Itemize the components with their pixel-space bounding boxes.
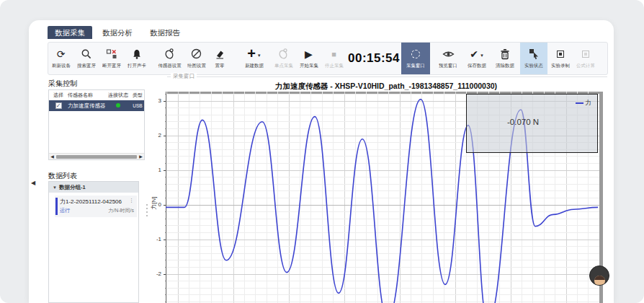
data-item-axes: 力/N-时间/s [108, 207, 134, 214]
single-point-collect-button[interactable]: 单点采集 [271, 43, 296, 74]
cursor-square-icon [528, 48, 540, 60]
play-icon: ▶ [305, 48, 313, 60]
record-square-icon [557, 50, 564, 58]
experiment-record-button[interactable]: 实验录制 [547, 43, 573, 74]
plus-icon: + [247, 48, 256, 59]
trash-icon [499, 48, 511, 60]
collect-control-title: 采集控制 [48, 79, 77, 89]
hscroll-thumb[interactable] [56, 155, 137, 159]
data-list: ▼ 数据分组-1 力1-2-20251112-042506 ⋮ 运行 力/N-时… [48, 181, 139, 303]
sensor-table-header: 选择 传感器名称 连接状态 类型 [49, 90, 144, 100]
app-window: 数据采集 数据分析 数据报告 ⟳ 刷新设备 搜索蓝牙 断开蓝牙 [29, 20, 614, 303]
zero-button[interactable]: 置零 [209, 43, 231, 74]
sensor-name: 力加速度传感器 [68, 102, 105, 110]
kebab-menu-icon[interactable]: ⋮ [129, 198, 134, 206]
app-screen: 数据采集 数据分析 数据报告 ⟳ 刷新设备 搜索蓝牙 断开蓝牙 [0, 0, 644, 303]
ytick-neg2: -2 [148, 271, 161, 278]
current-value-annotation: -0.070 N [507, 118, 539, 126]
item-accent-bar [55, 198, 58, 215]
compass-icon [190, 48, 202, 60]
formula-square-icon [582, 50, 589, 58]
collect-window-button[interactable]: 采集窗口 [401, 43, 430, 74]
single-point-icon [277, 48, 290, 60]
data-group-row[interactable]: ▼ 数据分组-1 [49, 182, 138, 193]
ytick-1: 1 [148, 167, 161, 174]
sensor-table-hscrollbar[interactable]: ◀ ▶ [49, 153, 144, 159]
eraser-icon [214, 48, 225, 60]
zoom-selection-box[interactable]: 力 -0.070 N [466, 94, 598, 153]
chart-title: 力加速度传感器 - XHSP-V10HID_path_-1981348857_1… [166, 82, 607, 92]
refresh-devices-button[interactable]: ⟳ 刷新设备 [48, 43, 73, 74]
sidebar-collapse-arrow[interactable]: ◀ [31, 180, 35, 186]
toolbar: ⟳ 刷新设备 搜索蓝牙 断开蓝牙 打开声卡 [48, 42, 608, 75]
dashed-circle-icon [411, 50, 420, 58]
groupbox-border [167, 76, 607, 77]
ytick-3: 3 [148, 97, 161, 105]
groupbox-label: 采集窗口 [171, 73, 197, 80]
chevron-down-icon: ▼ [257, 53, 261, 58]
legend-label: 力 [586, 99, 592, 107]
new-data-button[interactable]: + ▼ 新建数据 [238, 43, 271, 74]
preview-window-button[interactable]: 预览窗口 [434, 43, 462, 74]
bell-icon [131, 48, 143, 60]
search-icon [81, 48, 92, 60]
panel-splitter-handle[interactable] [146, 204, 148, 216]
ytick-neg1: -1 [148, 236, 161, 243]
scroll-left-arrow-icon[interactable]: ◀ [49, 154, 55, 159]
sensor-type: USB [131, 103, 144, 108]
sensor-table: 选择 传感器名称 连接状态 类型 ✓ 力加速度传感器 USB ◀ ▶ [48, 89, 145, 160]
open-soundcard-button[interactable]: 打开声卡 [124, 43, 149, 74]
scroll-right-arrow-icon[interactable]: ▶ [138, 154, 144, 159]
start-collect-button[interactable]: ▶ 开始采集 [296, 43, 321, 74]
search-bluetooth-button[interactable]: 搜索蓝牙 [73, 43, 99, 74]
caret-down-icon: ▼ [53, 185, 57, 190]
sensor-settings-icon [164, 48, 176, 60]
save-data-button[interactable]: ✔ ▼ 保存数据 [462, 43, 492, 74]
stop-icon: ■ [331, 48, 336, 60]
chevron-down-icon: ▼ [480, 53, 484, 58]
chart-legend: 力 [576, 99, 592, 107]
y-axis-label: 力[N] [150, 193, 158, 214]
sensor-checkbox[interactable]: ✓ [55, 102, 62, 109]
ytick-2: 2 [148, 132, 161, 139]
disconnect-bluetooth-button[interactable]: 断开蓝牙 [99, 43, 124, 74]
legend-line-icon [576, 102, 583, 104]
data-item-status: 运行 [60, 207, 70, 214]
data-item[interactable]: 力1-2-20251112-042506 ⋮ 运行 力/N-时间/s [55, 196, 137, 217]
stop-collect-button[interactable]: ■ 停止采集 [321, 43, 346, 74]
support-avatar-button[interactable] [589, 265, 609, 286]
tab-data-report[interactable]: 数据报告 [143, 26, 187, 39]
clear-data-button[interactable]: 清除数据 [492, 43, 517, 74]
data-item-title: 力1-2-20251112-042506 [60, 198, 122, 206]
avatar-face-icon [594, 276, 605, 286]
experiment-status-button[interactable]: 实验状态 [520, 43, 547, 74]
data-list-title: 数据列表 [48, 171, 77, 181]
timer: 00:15:54 [346, 43, 401, 74]
tab-data-analysis[interactable]: 数据分析 [95, 26, 140, 39]
sensor-row-selected[interactable]: ✓ 力加速度传感器 USB [49, 100, 144, 111]
check-icon: ✔ [470, 48, 478, 60]
bluetooth-disconnect-icon [106, 48, 117, 60]
eye-icon [442, 48, 455, 60]
tab-data-collect[interactable]: 数据采集 [48, 26, 92, 39]
plot-settings-button[interactable]: 绘图设置 [184, 43, 209, 74]
sensor-settings-button[interactable]: 传感器设置 [155, 43, 184, 74]
refresh-icon: ⟳ [57, 48, 66, 60]
status-dot-connected [116, 103, 120, 107]
formula-calc-button[interactable]: 公式计算 [573, 43, 598, 74]
main-tab-bar: 数据采集 数据分析 数据报告 [48, 26, 187, 39]
